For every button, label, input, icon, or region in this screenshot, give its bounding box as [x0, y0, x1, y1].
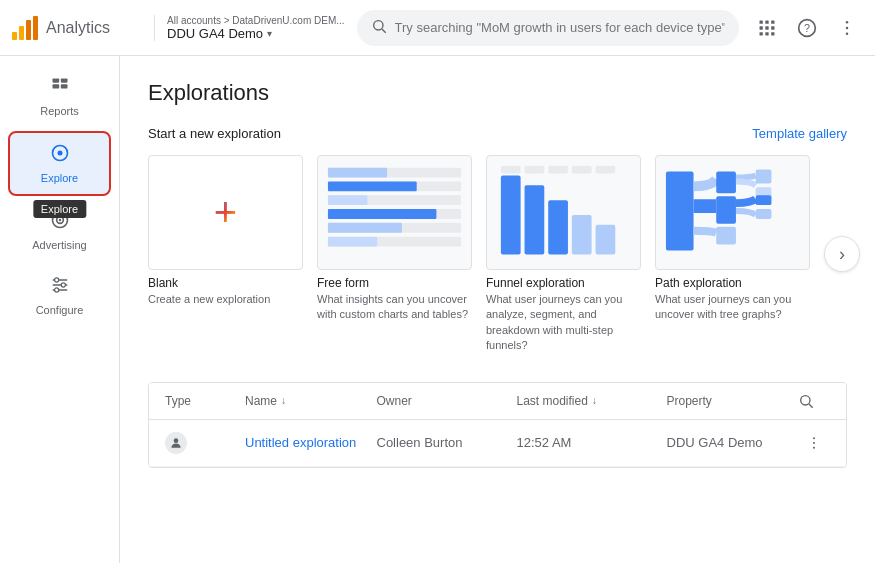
svg-point-15	[846, 32, 849, 35]
svg-point-29	[61, 283, 65, 287]
card-funnel-image	[486, 155, 641, 270]
svg-text:?: ?	[804, 21, 810, 33]
svg-rect-18	[52, 84, 59, 88]
card-freeform-image	[317, 155, 472, 270]
card-path-image	[655, 155, 810, 270]
svg-rect-2	[760, 20, 763, 23]
svg-rect-48	[501, 166, 521, 174]
section-subtitle: Start a new exploration	[148, 126, 281, 141]
svg-rect-55	[716, 196, 736, 224]
svg-rect-5	[760, 26, 763, 29]
freeform-chart-svg	[324, 161, 465, 264]
logo-icon	[12, 16, 38, 40]
svg-rect-7	[771, 26, 774, 29]
table-row: Untitled exploration Colleen Burton 12:5…	[149, 420, 846, 467]
card-funnel-desc: What user journeys can you analyze, segm…	[486, 292, 641, 354]
card-blank-image: +	[148, 155, 303, 270]
reports-icon	[50, 76, 70, 101]
sidebar-item-explore[interactable]: Explore Explore	[8, 131, 111, 196]
card-funnel[interactable]: Funnel exploration What user journeys ca…	[486, 155, 641, 354]
card-blank-desc: Create a new exploration	[148, 292, 303, 307]
person-icon	[165, 432, 187, 454]
svg-rect-19	[60, 84, 67, 88]
svg-rect-38	[328, 209, 436, 219]
configure-icon	[50, 275, 70, 300]
svg-rect-50	[548, 166, 568, 174]
template-gallery-link[interactable]: Template gallery	[752, 126, 847, 141]
chevron-down-icon: ▾	[267, 28, 272, 39]
svg-rect-49	[525, 166, 545, 174]
svg-rect-53	[666, 172, 694, 251]
account-info: All accounts > DataDrivenU.com DEM... DD…	[154, 15, 345, 41]
svg-rect-46	[572, 215, 592, 254]
account-breadcrumb: All accounts > DataDrivenU.com DEM...	[167, 15, 345, 26]
sidebar-item-configure[interactable]: Configure	[8, 265, 111, 326]
search-input[interactable]	[395, 20, 725, 35]
card-path-desc: What user journeys can you uncover with …	[655, 292, 810, 323]
svg-rect-8	[760, 32, 763, 35]
reports-label: Reports	[40, 105, 79, 117]
card-freeform[interactable]: Free form What insights can you uncover …	[317, 155, 472, 354]
svg-rect-60	[756, 209, 772, 219]
logo-bar-4	[33, 16, 38, 40]
name-sort-icon[interactable]: ↓	[281, 395, 286, 406]
carousel-next-button[interactable]: ›	[824, 236, 860, 272]
account-name-dropdown[interactable]: DDU GA4 Demo ▾	[167, 26, 345, 41]
row-modified: 12:52 AM	[517, 435, 667, 450]
svg-rect-56	[716, 227, 736, 245]
svg-rect-16	[52, 79, 59, 83]
funnel-chart-svg	[493, 160, 634, 263]
svg-rect-42	[328, 237, 377, 247]
row-property: DDU GA4 Demo	[667, 435, 799, 450]
card-path[interactable]: Path exploration What user journeys can …	[655, 155, 810, 354]
svg-rect-6	[765, 26, 768, 29]
svg-line-1	[382, 29, 386, 33]
svg-rect-51	[572, 166, 592, 174]
svg-rect-40	[328, 223, 402, 233]
svg-rect-59	[756, 195, 772, 205]
svg-point-65	[813, 442, 815, 444]
sidebar-item-reports[interactable]: Reports	[8, 66, 111, 127]
app-name: Analytics	[46, 19, 110, 37]
col-type: Type	[165, 394, 245, 408]
svg-point-30	[54, 288, 58, 292]
search-icon	[371, 18, 387, 38]
svg-point-0	[373, 20, 382, 29]
svg-rect-57	[756, 170, 772, 184]
more-vert-icon[interactable]	[831, 12, 863, 44]
main-content: Explorations Start a new exploration Tem…	[120, 56, 875, 563]
svg-point-21	[57, 151, 62, 156]
svg-point-24	[58, 219, 61, 222]
advertising-label: Advertising	[32, 239, 86, 251]
body-area: Reports Explore Explore Advertising	[0, 56, 875, 563]
search-bar[interactable]	[357, 10, 739, 46]
col-owner: Owner	[377, 394, 517, 408]
path-chart-svg	[662, 161, 803, 264]
apps-icon[interactable]	[751, 12, 783, 44]
col-name: Name ↓	[245, 394, 377, 408]
col-modified: Last modified ↓	[517, 394, 667, 408]
card-freeform-desc: What insights can you uncover with custo…	[317, 292, 472, 323]
configure-label: Configure	[36, 304, 84, 316]
modified-sort-icon[interactable]: ↓	[592, 395, 597, 406]
row-menu-button[interactable]	[798, 435, 830, 451]
section-header: Start a new exploration Template gallery	[148, 126, 847, 141]
help-icon[interactable]: ?	[791, 12, 823, 44]
svg-rect-10	[771, 32, 774, 35]
card-blank[interactable]: + Blank Create a new exploration	[148, 155, 303, 354]
svg-rect-32	[328, 168, 387, 178]
svg-rect-9	[765, 32, 768, 35]
explore-icon	[50, 143, 70, 168]
explore-tooltip: Explore	[33, 200, 86, 218]
svg-point-64	[813, 437, 815, 439]
row-owner: Colleen Burton	[377, 435, 517, 450]
svg-line-62	[809, 404, 813, 408]
svg-rect-47	[596, 225, 616, 255]
svg-rect-52	[596, 166, 616, 174]
svg-point-66	[813, 446, 815, 448]
row-name[interactable]: Untitled exploration	[245, 435, 377, 450]
explore-label: Explore	[41, 172, 78, 184]
table-search-button[interactable]	[798, 393, 830, 409]
logo-bar-2	[19, 26, 24, 40]
svg-rect-34	[328, 181, 417, 191]
